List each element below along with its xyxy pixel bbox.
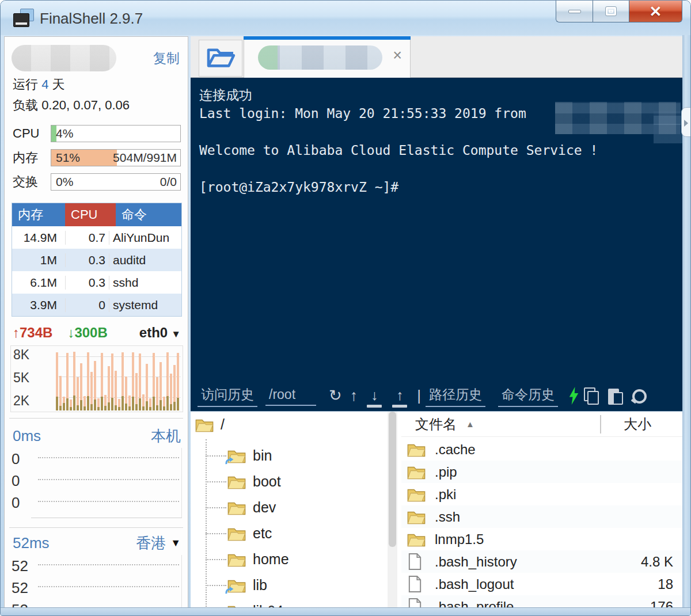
folder-icon bbox=[407, 463, 426, 481]
file-name: .cache bbox=[435, 442, 476, 458]
download-bar bbox=[94, 400, 96, 410]
tree-item-label: bin bbox=[253, 447, 272, 464]
ping-local-latency: 0ms bbox=[13, 427, 41, 445]
download-bar bbox=[59, 406, 62, 410]
tree-item-etc[interactable]: etc bbox=[227, 522, 272, 545]
maximize-button[interactable] bbox=[593, 1, 629, 22]
network-header: ↑734B ↓300B eth0▼ bbox=[13, 325, 181, 341]
file-row-.bash_logout[interactable]: .bash_logout18 bbox=[401, 573, 684, 595]
file-row-lnmp1.5[interactable]: lnmp1.5 bbox=[401, 528, 684, 550]
copy-icon[interactable] bbox=[584, 387, 599, 405]
access-history-button[interactable]: 访问历史 bbox=[198, 385, 257, 407]
process-cell: 0.7 bbox=[65, 231, 109, 245]
tree-item-home[interactable]: home bbox=[227, 547, 289, 571]
parent-directory-icon[interactable]: ↑ bbox=[350, 388, 358, 404]
chevron-down-icon: ▼ bbox=[171, 329, 181, 340]
download-bar bbox=[125, 404, 127, 410]
minimize-button[interactable] bbox=[556, 1, 593, 22]
tree-item-label: home bbox=[253, 551, 289, 568]
tree-item-dev[interactable]: dev bbox=[227, 496, 276, 519]
column-command[interactable]: 命令 bbox=[116, 203, 181, 226]
upload-icon[interactable]: ↑ bbox=[391, 388, 408, 404]
process-cell: 0.3 bbox=[65, 276, 109, 290]
path-history-button[interactable]: 路径历史 bbox=[426, 385, 485, 407]
file-row-.pip[interactable]: .pip bbox=[401, 461, 684, 483]
tree-scrollbar[interactable] bbox=[388, 412, 397, 609]
column-cpu[interactable]: CPU bbox=[65, 203, 116, 226]
refresh-icon[interactable]: ↻ bbox=[329, 388, 342, 404]
file-row-.ssh[interactable]: .ssh bbox=[401, 505, 684, 528]
column-divider[interactable] bbox=[600, 415, 601, 434]
download-bar bbox=[104, 406, 107, 410]
title-bar[interactable]: FinalShell 2.9.7 ✕ bbox=[1, 1, 691, 35]
session-tab[interactable]: × bbox=[244, 36, 411, 78]
paste-icon[interactable] bbox=[608, 387, 623, 405]
process-row[interactable]: 1M0.3auditd bbox=[12, 249, 181, 271]
tree-item-boot[interactable]: boot bbox=[227, 470, 281, 493]
download-bar bbox=[118, 407, 120, 410]
process-cell: 0 bbox=[65, 298, 109, 312]
ping-local-target[interactable]: 本机 bbox=[151, 426, 181, 446]
process-row[interactable]: 6.1M0.3sshd bbox=[12, 271, 181, 294]
tree-item-label: etc bbox=[253, 525, 272, 542]
ping-remote-header: 52ms 香港 ▼ bbox=[13, 533, 181, 553]
command-history-button[interactable]: 命令历史 bbox=[498, 385, 558, 407]
ping-remote-chart: 52 52 52 bbox=[31, 555, 182, 609]
name-column-header[interactable]: 文件名 bbox=[415, 415, 457, 434]
tree-item-label: boot bbox=[253, 473, 281, 490]
search-icon[interactable] bbox=[631, 387, 646, 405]
scrollbar-thumb[interactable] bbox=[389, 412, 396, 547]
folder-icon bbox=[227, 500, 246, 515]
copy-button[interactable]: 复制 bbox=[153, 50, 180, 67]
folder-icon bbox=[227, 577, 246, 593]
file-name: .ssh bbox=[435, 509, 460, 525]
ping-remote-target[interactable]: 香港 bbox=[136, 533, 166, 553]
download-bar bbox=[153, 397, 155, 410]
tab-close-icon[interactable]: × bbox=[393, 48, 402, 63]
quick-command-icon[interactable] bbox=[568, 387, 579, 405]
main-area: × 连接成功 Last login: Mon May 20 21:55:33 2… bbox=[191, 36, 684, 609]
file-row-.pki[interactable]: .pki bbox=[401, 483, 684, 505]
download-bar bbox=[132, 397, 134, 410]
terminal-output[interactable]: 连接成功 Last login: Mon May 20 21:55:33 201… bbox=[191, 78, 684, 381]
current-path-field[interactable]: /root bbox=[265, 386, 316, 406]
file-size: 18 bbox=[658, 576, 673, 592]
download-bar bbox=[160, 400, 162, 410]
tree-connector bbox=[206, 439, 207, 609]
size-column-header[interactable]: 大小 bbox=[624, 415, 651, 434]
file-row-.bash_history[interactable]: .bash_history4.8 K bbox=[401, 550, 684, 573]
file-row-.cache[interactable]: .cache bbox=[401, 438, 684, 461]
download-bar bbox=[166, 396, 169, 410]
process-row[interactable]: 3.9M0systemd bbox=[12, 294, 181, 316]
folder-icon bbox=[195, 417, 214, 432]
download-bar bbox=[97, 407, 100, 410]
download-icon[interactable]: ↓ bbox=[366, 388, 383, 404]
panel-collapse-handle[interactable] bbox=[681, 107, 690, 137]
download-bar bbox=[77, 405, 79, 410]
folder-icon bbox=[227, 526, 246, 541]
download-bar bbox=[173, 402, 176, 410]
download-bar bbox=[139, 398, 141, 410]
download-rate: ↓300B bbox=[67, 325, 107, 341]
file-tree[interactable]: / binbootdevetchomeliblib64 bbox=[191, 412, 388, 609]
tree-root[interactable]: / bbox=[195, 416, 225, 433]
open-connection-button[interactable] bbox=[199, 40, 242, 77]
server-name-redacted bbox=[12, 45, 116, 71]
open-folder-icon bbox=[205, 46, 236, 70]
file-name: .pki bbox=[435, 486, 456, 503]
process-row[interactable]: 14.9M0.7AliYunDun bbox=[12, 226, 181, 249]
column-memory[interactable]: 内存 bbox=[12, 203, 65, 226]
download-bar bbox=[163, 406, 165, 410]
tree-item-lib[interactable]: lib bbox=[227, 573, 267, 596]
folder-icon bbox=[407, 486, 426, 503]
download-bar bbox=[115, 405, 117, 410]
window-controls: ✕ bbox=[556, 1, 682, 22]
tree-item-label: lib bbox=[253, 577, 267, 594]
chevron-down-icon: ▼ bbox=[170, 537, 181, 549]
close-button[interactable]: ✕ bbox=[629, 1, 682, 22]
tree-item-bin[interactable]: bin bbox=[227, 444, 272, 467]
file-list[interactable]: 文件名 ▲ 大小 .cache.pip.pki.sshlnmp1.5.bash_… bbox=[401, 412, 684, 609]
file-name: .bash_logout bbox=[435, 576, 514, 592]
cpu-meter: CPU 4% bbox=[13, 124, 181, 143]
interface-selector[interactable]: eth0▼ bbox=[139, 325, 181, 341]
